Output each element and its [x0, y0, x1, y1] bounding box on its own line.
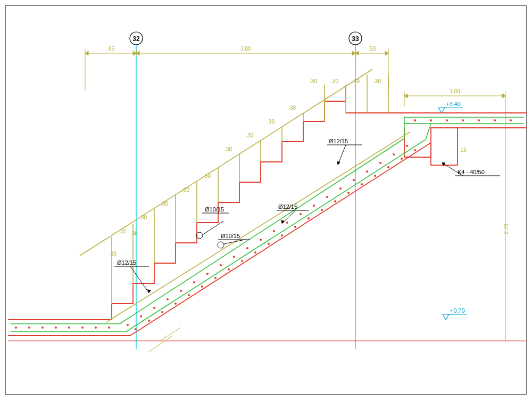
svg-text:.30: .30 [118, 228, 126, 234]
svg-point-51 [286, 222, 288, 224]
svg-point-60 [406, 145, 408, 147]
svg-rect-22 [431, 128, 458, 165]
svg-point-65 [188, 294, 190, 296]
svg-line-25 [120, 138, 404, 324]
svg-point-56 [353, 179, 355, 181]
svg-line-91 [106, 132, 410, 322]
dim-landing [404, 92, 505, 341]
svg-point-69 [241, 260, 243, 262]
svg-point-47 [233, 256, 235, 258]
svg-point-68 [228, 268, 230, 271]
label-bottom-main: Ø12/15 [117, 259, 136, 266]
elev-bottom [443, 314, 467, 320]
gridline-32-label: 32 [132, 35, 140, 43]
svg-point-81 [401, 158, 403, 160]
svg-text:.30: .30 [352, 78, 360, 84]
svg-text:.30: .30 [130, 231, 138, 236]
svg-text:.30: .30 [246, 133, 253, 138]
svg-point-31 [15, 326, 17, 329]
dim-slab-t: .15 [459, 147, 467, 153]
svg-point-55 [339, 187, 342, 190]
svg-point-33 [41, 326, 44, 329]
elev-top [438, 108, 463, 113]
svg-point-66 [201, 285, 203, 288]
dimension-chain-top [85, 49, 388, 91]
rebar-dots [15, 119, 512, 330]
svg-point-38 [108, 326, 110, 329]
svg-point-45 [206, 273, 209, 275]
svg-text:.30: .30 [225, 146, 232, 152]
svg-point-49 [260, 239, 262, 241]
svg-line-120 [149, 336, 173, 352]
svg-point-85 [446, 119, 448, 121]
svg-point-74 [307, 217, 310, 219]
svg-point-77 [347, 192, 350, 194]
svg-point-44 [193, 281, 195, 283]
svg-point-76 [334, 200, 336, 202]
concrete-outline [8, 87, 527, 341]
svg-point-48 [246, 247, 248, 249]
svg-text:.30: .30 [203, 173, 211, 179]
svg-point-43 [180, 290, 182, 292]
svg-text:.30: .30 [331, 78, 338, 84]
svg-text:.30: .30 [109, 251, 117, 257]
svg-point-58 [379, 162, 381, 164]
svg-point-78 [361, 183, 363, 185]
svg-point-80 [387, 166, 389, 168]
dim-landing-overhang: 1.00 [450, 88, 460, 94]
svg-point-36 [81, 326, 84, 329]
dim-total-rise: 2.70 [503, 224, 509, 234]
svg-point-40 [140, 315, 142, 317]
label-stirrup-upper: Ø10/15 [205, 206, 224, 213]
svg-point-54 [326, 196, 328, 198]
svg-point-71 [268, 243, 270, 245]
svg-point-61 [135, 328, 137, 330]
svg-point-63 [161, 311, 163, 313]
svg-line-119 [160, 328, 181, 341]
label-stirrup-lower: Ø10/15 [221, 233, 240, 239]
svg-text:.30: .30 [182, 187, 189, 193]
label-beam: K4 - 40/50 [458, 169, 485, 175]
tread-dims: .30 .30 .30 .30 .30 .30 .30 .30 .30 .30 … [118, 78, 381, 234]
svg-point-83 [414, 119, 416, 121]
svg-point-34 [55, 326, 57, 329]
svg-text:.30: .30 [310, 78, 317, 84]
svg-text:.30: .30 [267, 119, 275, 125]
svg-point-84 [430, 119, 432, 121]
dim-span: 3.00 [240, 46, 251, 52]
svg-point-73 [294, 226, 296, 228]
callout-landing-main [327, 145, 362, 165]
svg-point-46 [220, 264, 222, 266]
svg-line-90 [80, 69, 372, 256]
svg-point-86 [462, 119, 464, 121]
label-landing-main: Ø12/15 [329, 138, 348, 144]
dim-slab-thickness [149, 328, 181, 352]
svg-point-50 [273, 230, 275, 232]
balustrade-guides [80, 69, 410, 322]
stair-section-svg: 32 33 .85 3.00 .50 [0, 0, 532, 400]
drawing-page: 32 33 .85 3.00 .50 [0, 0, 532, 400]
elev-bottom-label: +0.70 [450, 307, 465, 314]
label-top-main: Ø12/15 [278, 203, 297, 210]
svg-point-41 [153, 307, 155, 309]
dim-left-ext: .85 [107, 46, 114, 52]
svg-point-39 [127, 324, 129, 326]
rebar-lines [11, 117, 524, 331]
svg-point-64 [174, 303, 177, 305]
svg-line-30 [426, 124, 431, 140]
svg-point-88 [494, 119, 496, 121]
svg-point-79 [374, 175, 376, 177]
svg-text:.30: .30 [373, 78, 381, 84]
svg-point-89 [510, 119, 512, 121]
svg-point-62 [148, 320, 150, 322]
svg-text:.30: .30 [161, 201, 168, 207]
dim-right-ext: .50 [368, 46, 376, 52]
svg-point-35 [68, 326, 70, 329]
svg-point-37 [95, 326, 97, 329]
svg-point-42 [167, 298, 169, 300]
svg-point-53 [313, 205, 315, 207]
svg-line-26 [127, 140, 426, 331]
svg-point-75 [321, 209, 323, 211]
svg-point-82 [414, 149, 416, 151]
gridlines: 32 33 [130, 32, 362, 349]
